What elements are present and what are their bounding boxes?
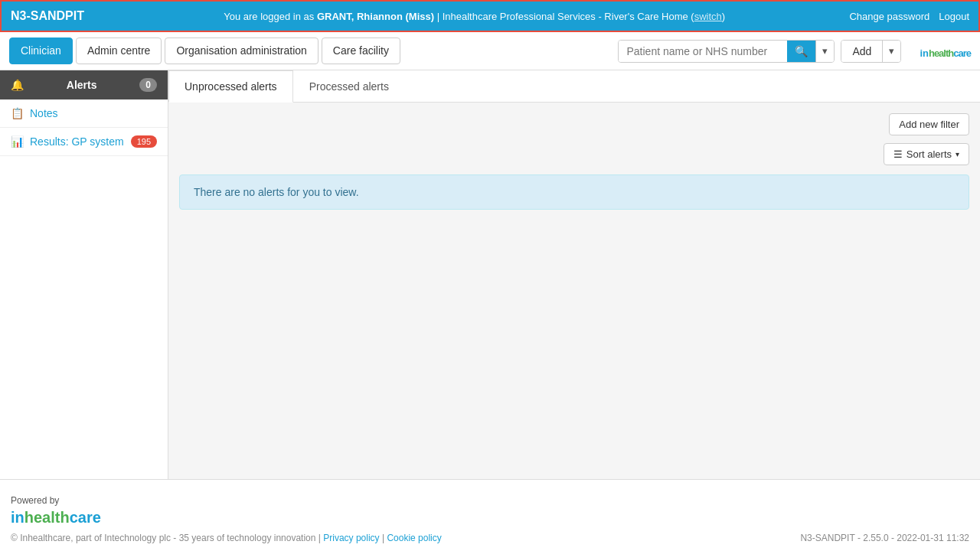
app-title: N3-SANDPIT [11, 9, 84, 23]
user-name: GRANT, Rhiannon (Miss) [317, 11, 434, 22]
search-input-group: 🔍 ▾ [618, 40, 835, 63]
footer-logo: inhealthcare [11, 509, 969, 527]
content-area: Unprocessed alerts Processed alerts Add … [168, 70, 980, 479]
footer-version: N3-SANDPIT - 2.55.0 - 2022-01-31 11:32 [800, 533, 969, 543]
no-alerts-text: There are no alerts for you to view. [194, 186, 359, 198]
top-bar: N3-SANDPIT You are logged in as GRANT, R… [0, 0, 980, 32]
privacy-policy-link[interactable]: Privacy policy [323, 533, 379, 543]
tab-processed-alerts[interactable]: Processed alerts [293, 70, 405, 102]
switch-link[interactable]: switch [694, 11, 722, 22]
sidebar-item-notes[interactable]: 📋 Notes [0, 99, 168, 128]
logout-link[interactable]: Logout [939, 11, 969, 22]
sidebar-item-results[interactable]: 📊 Results: GP system 195 [0, 128, 168, 156]
org-text2: ) [722, 11, 725, 22]
filter-bar: Add new filter [179, 113, 969, 135]
search-button[interactable]: 🔍 [787, 41, 815, 62]
org-text: | Inhealthcare Professional Services - R… [434, 11, 694, 22]
add-dropdown-button[interactable]: ▾ [882, 41, 900, 62]
no-alerts-message: There are no alerts for you to view. [179, 174, 969, 210]
inhealthcare-logo: inhealthcare [920, 41, 971, 61]
search-input[interactable] [619, 41, 787, 62]
add-btn-group: Add ▾ [841, 40, 901, 63]
sidebar-notes-label: Notes [30, 107, 58, 119]
sort-icon: ☰ [893, 148, 903, 160]
logged-in-text: You are logged in as [224, 11, 317, 22]
search-area: 🔍 ▾ Add ▾ inhealthcare [618, 40, 971, 63]
cookie-policy-link[interactable]: Cookie policy [387, 533, 441, 543]
sidebar: 🔔 Alerts 0 📋 Notes 📊 Results: GP system … [0, 70, 168, 479]
note-icon: 📋 [11, 107, 24, 119]
results-badge: 195 [131, 135, 157, 148]
content-inner: Add new filter ☰ Sort alerts There are n… [168, 103, 980, 220]
sidebar-results-label: Results: GP system [30, 135, 124, 148]
sort-bar: ☰ Sort alerts [179, 143, 969, 165]
add-button[interactable]: Add [841, 41, 882, 62]
footer: Powered by inhealthcare © Inhealthcare, … [0, 479, 980, 551]
sidebar-header-label: Alerts [67, 79, 97, 91]
sidebar-badge: 0 [139, 78, 157, 92]
nav-bar: Clinician Admin centre Organisation admi… [0, 32, 980, 70]
footer-copyright: © Inhealthcare, part of Intechnology plc… [11, 533, 442, 543]
sidebar-alerts-icon: 🔔 [11, 79, 24, 91]
sort-alerts-label: Sort alerts [906, 148, 952, 160]
add-new-filter-button[interactable]: Add new filter [889, 113, 969, 135]
sidebar-header: 🔔 Alerts 0 [0, 70, 168, 99]
change-password-link[interactable]: Change password [849, 11, 929, 22]
main-layout: 🔔 Alerts 0 📋 Notes 📊 Results: GP system … [0, 70, 980, 479]
nav-organisation-admin[interactable]: Organisation administration [165, 37, 318, 64]
nav-clinician[interactable]: Clinician [9, 37, 73, 64]
top-bar-links: Change password Logout [849, 11, 969, 22]
nav-care-facility[interactable]: Care facility [322, 37, 400, 64]
search-dropdown-button[interactable]: ▾ [815, 41, 834, 62]
sort-alerts-button[interactable]: ☰ Sort alerts [884, 143, 969, 165]
footer-powered-by: Powered by [11, 495, 969, 506]
login-info: You are logged in as GRANT, Rhiannon (Mi… [100, 11, 849, 22]
nav-admin-centre[interactable]: Admin centre [76, 37, 162, 64]
tabs: Unprocessed alerts Processed alerts [168, 70, 980, 103]
results-icon: 📊 [11, 135, 24, 148]
footer-bottom: © Inhealthcare, part of Intechnology plc… [11, 533, 969, 543]
tab-unprocessed-alerts[interactable]: Unprocessed alerts [168, 70, 293, 103]
